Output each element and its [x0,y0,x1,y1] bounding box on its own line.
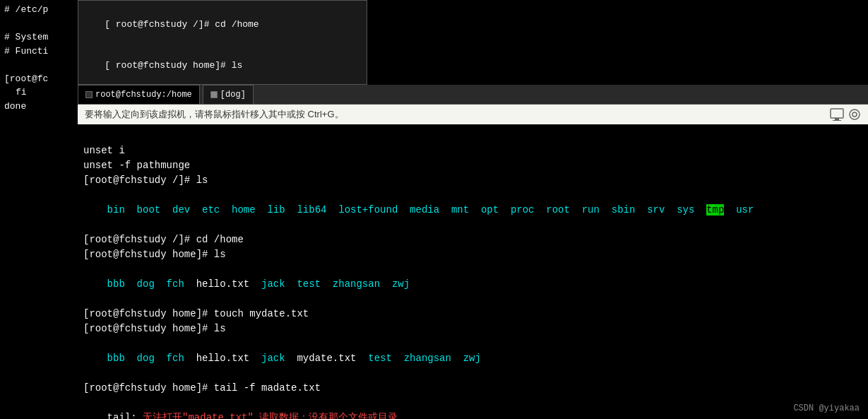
mini-line-1: [ root@fchstudy /]# cd /home [83,4,362,45]
left-line-done: done [4,100,73,114]
line-cd-home: [root@fchstudy /]# cd /home [83,232,862,247]
terminal-content[interactable]: unset i unset -f pathmunge [root@fchstud… [78,124,868,419]
left-line-1: # /etc/p [4,3,73,17]
tab-dog[interactable]: [dog] [203,85,254,104]
left-panel: # /etc/p # System # Functi [root@fc fi d… [0,0,78,419]
line-unset-i: unset i [83,143,862,158]
line-ls-root: bin boot dev etc home lib lib64 lost+fou… [83,188,862,232]
mini-line-2: [ root@fchstudy home]# ls [83,45,362,85]
line-blank [83,129,862,143]
line-ls-cmd: [root@fchstudy /]# ls [83,173,862,188]
tab-home[interactable]: root@fchstudy:/home [78,85,200,104]
line-tail-bad: [root@fchstudy home]# tail -f madate.txt [83,381,862,396]
line-error1: tail: 无法打开"madate.txt" 读取数据：没有那个文件或目录 [83,396,862,419]
svg-rect-2 [833,120,841,121]
svg-rect-0 [831,109,843,118]
line-ls-home2-cmd: [root@fchstudy home]# ls [83,321,862,336]
line-ls-home2: bbb dog fch hello.txt jack mydate.txt te… [83,336,862,381]
svg-rect-1 [835,118,839,120]
screen-icon [830,108,844,121]
left-line-4: # Functi [4,45,73,59]
left-line-fi: fi [4,85,73,100]
line-ls-home-cmd: [root@fchstudy home]# ls [83,247,862,262]
tab-home-label: root@fchstudy:/home [95,90,192,100]
tab-bar: root@fchstudy:/home [dog] [78,85,868,105]
info-bar-icons [830,108,861,121]
svg-point-3 [850,110,860,119]
terminal-icon-2 [210,91,218,98]
line-touch: [root@fchstudy home]# touch mydate.txt [83,307,862,321]
tab-dog-label: [dog] [220,90,246,100]
terminal-icon [85,91,93,98]
settings-icon [848,108,861,121]
line-ls-home1: bbb dog fch hello.txt jack test zhangsan… [83,262,862,307]
svg-point-4 [852,112,857,117]
top-mini-terminal: [ root@fchstudy /]# cd /home [ root@fchs… [78,0,367,85]
info-bar: 要将输入定向到该虚拟机，请将鼠标指针移入其中或按 Ctrl+G。 [78,105,868,124]
watermark: CSDN @yiyakaa [793,403,860,413]
info-message: 要将输入定向到该虚拟机，请将鼠标指针移入其中或按 Ctrl+G。 [85,108,344,121]
left-line-3: # System [4,30,73,45]
left-line-6: [root@fc [4,72,73,86]
line-unset-f: unset -f pathmunge [83,158,862,173]
